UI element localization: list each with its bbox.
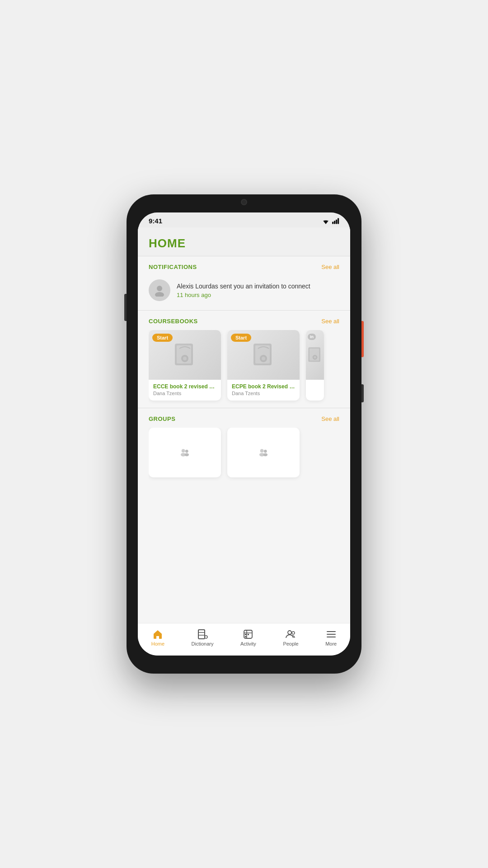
svg-point-22: [185, 450, 188, 453]
book-card-title-2: ECPE book 2 Revised 2...: [232, 383, 295, 390]
svg-point-20: [182, 449, 185, 453]
svg-rect-29: [198, 630, 205, 639]
screen-content[interactable]: HOME NOTIFICATIONS See all: [138, 227, 350, 656]
book-badge-2: Start: [231, 334, 251, 342]
nav-label-people: People: [283, 641, 298, 646]
avatar: [149, 279, 170, 301]
books-scroll[interactable]: Start ECCE book 2 revised 2...: [149, 330, 339, 404]
svg-rect-37: [248, 634, 249, 635]
svg-rect-2: [332, 222, 333, 224]
nav-label-activity: Activity: [240, 641, 256, 646]
svg-point-7: [155, 292, 164, 297]
groups-section: GROUPS See all: [138, 408, 350, 485]
svg-point-26: [264, 450, 267, 453]
svg-rect-38: [245, 636, 246, 637]
home-icon: [152, 629, 163, 640]
svg-point-23: [185, 453, 189, 456]
group-card-1[interactable]: [149, 428, 221, 477]
group-card-2[interactable]: [227, 428, 300, 477]
coursebooks-header: COURSEBOOKS See all: [149, 318, 339, 325]
groups-header: GROUPS See all: [149, 415, 339, 422]
book-card-3[interactable]: In: [306, 330, 324, 401]
phone-frame: 9:41 HOME: [127, 194, 361, 674]
groups-scroll[interactable]: [149, 428, 339, 481]
coursebooks-see-all[interactable]: See all: [321, 318, 339, 325]
nav-label-dictionary: Dictionary: [192, 641, 214, 646]
coursebooks-title: COURSEBOOKS: [149, 318, 198, 325]
groups-see-all[interactable]: See all: [321, 415, 339, 422]
group-people-icon-2: [258, 447, 269, 458]
svg-point-6: [157, 286, 162, 291]
dictionary-icon: [197, 629, 208, 640]
nav-item-more[interactable]: More: [321, 627, 341, 648]
book-card-2[interactable]: Start ECPE book 2 Revised 2...: [227, 330, 300, 401]
activity-icon: [243, 629, 253, 640]
notification-text: Alexis Lourdas sent you an invitation to…: [177, 282, 339, 299]
nav-label-more: More: [325, 641, 337, 646]
book-card-title-1: ECCE book 2 revised 2...: [153, 383, 216, 390]
svg-point-40: [292, 632, 295, 634]
nav-label-home: Home: [151, 641, 164, 646]
nav-item-activity[interactable]: Activity: [236, 627, 261, 648]
status-bar: 9:41: [138, 212, 350, 227]
svg-rect-3: [334, 221, 335, 224]
page-title-area: HOME: [138, 227, 350, 256]
book-card-image-1: Start: [149, 330, 221, 380]
power-button2: [361, 384, 364, 402]
group-people-icon-1: [179, 447, 190, 458]
person-icon: [153, 284, 166, 297]
svg-rect-36: [245, 634, 246, 635]
svg-rect-4: [336, 219, 337, 224]
book-card-info-2: ECPE book 2 Revised 2... Dana Tzents: [227, 380, 300, 401]
wifi-icon: [322, 218, 330, 224]
svg-point-15: [262, 357, 265, 360]
book-card-1[interactable]: Start ECCE book 2 revised 2...: [149, 330, 221, 401]
notifications-section: NOTIFICATIONS See all Alexis Lourdas sen…: [138, 256, 350, 310]
signal-icon: [332, 218, 339, 224]
notification-time: 11 hours ago: [177, 292, 339, 298]
notification-item: Alexis Lourdas sent you an invitation to…: [149, 276, 339, 307]
page-title: HOME: [149, 236, 339, 250]
book-card-image-2: Start: [227, 330, 300, 380]
svg-point-39: [288, 631, 291, 634]
svg-point-19: [314, 356, 316, 359]
notifications-see-all[interactable]: See all: [321, 264, 339, 270]
book-card-author-2: Dana Tzents: [232, 391, 295, 396]
notifications-header: NOTIFICATIONS See all: [149, 264, 339, 270]
book-icon-2: [250, 341, 277, 368]
svg-rect-28: [198, 630, 205, 639]
book-badge-3: In: [308, 334, 316, 340]
volume-button: [124, 294, 127, 321]
phone-screen: 9:41 HOME: [138, 212, 350, 656]
nav-item-people[interactable]: People: [278, 627, 303, 648]
svg-point-27: [263, 453, 268, 456]
nav-item-home[interactable]: Home: [147, 627, 169, 648]
svg-rect-5: [338, 218, 339, 224]
book-card-image-3: In: [306, 330, 324, 380]
book-card-author-1: Dana Tzents: [153, 391, 216, 396]
coursebooks-section: COURSEBOOKS See all Start: [138, 311, 350, 408]
book-badge-1: Start: [152, 334, 173, 342]
notifications-title: NOTIFICATIONS: [149, 264, 197, 270]
book-icon-1: [171, 341, 198, 368]
svg-point-11: [183, 357, 187, 360]
bottom-nav: Home Dictionary: [138, 623, 350, 656]
groups-title: GROUPS: [149, 415, 175, 422]
camera: [241, 199, 247, 205]
status-icons: [322, 218, 339, 224]
nav-item-dictionary[interactable]: Dictionary: [187, 627, 218, 648]
people-icon: [286, 629, 296, 640]
status-time: 9:41: [149, 217, 162, 225]
more-icon: [326, 629, 337, 640]
power-button: [361, 321, 364, 357]
notification-message: Alexis Lourdas sent you an invitation to…: [177, 282, 339, 291]
book-card-info-1: ECCE book 2 revised 2... Dana Tzents: [149, 380, 221, 401]
book-icon-3: [306, 341, 324, 368]
svg-point-24: [260, 449, 264, 453]
